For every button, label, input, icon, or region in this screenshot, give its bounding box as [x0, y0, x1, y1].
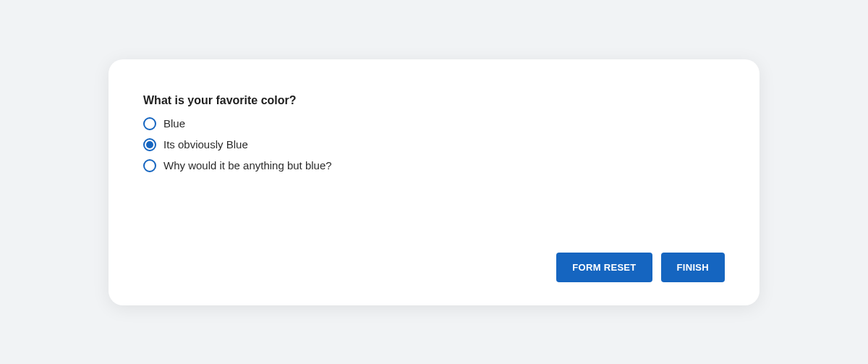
radio-option-1[interactable]: Its obviously Blue: [143, 138, 725, 151]
radio-label: Why would it be anything but blue?: [163, 159, 332, 172]
radio-option-2[interactable]: Why would it be anything but blue?: [143, 159, 725, 172]
form-reset-button[interactable]: FORM RESET: [556, 253, 652, 282]
options-group: Blue Its obviously Blue Why would it be …: [143, 117, 725, 172]
radio-icon: [143, 159, 156, 172]
radio-label: Blue: [163, 117, 185, 130]
question-text: What is your favorite color?: [143, 94, 725, 107]
radio-icon: [143, 138, 156, 151]
finish-button[interactable]: FINISH: [661, 253, 725, 282]
form-card: What is your favorite color? Blue Its ob…: [109, 59, 760, 305]
radio-label: Its obviously Blue: [163, 138, 248, 151]
radio-option-0[interactable]: Blue: [143, 117, 725, 130]
radio-icon: [143, 117, 156, 130]
button-row: FORM RESET FINISH: [556, 253, 725, 282]
